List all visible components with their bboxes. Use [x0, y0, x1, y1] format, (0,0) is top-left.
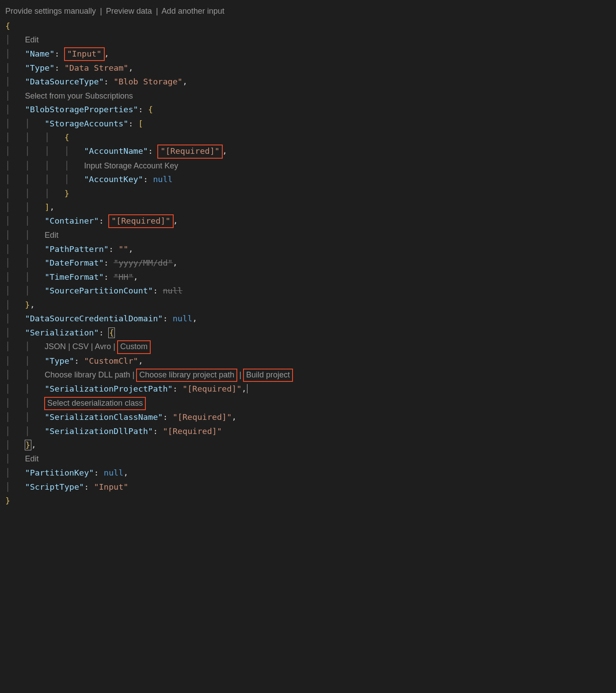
- value-accountname[interactable]: "[Required]": [160, 146, 220, 156]
- key-datasourcetype: "DataSourceType": [25, 77, 104, 86]
- key-scripttype: "ScriptType": [25, 482, 84, 491]
- option-avro[interactable]: Avro: [95, 342, 111, 351]
- key-serialization-classname: "SerializationClassName": [45, 412, 163, 422]
- value-sourcepartitioncount: null: [163, 286, 183, 295]
- value-serialization-type: "CustomClr": [84, 356, 138, 366]
- key-serialization-projectpath: "SerializationProjectPath": [45, 384, 173, 393]
- preview-data-link[interactable]: Preview data: [106, 7, 152, 15]
- option-csv[interactable]: CSV: [72, 342, 89, 351]
- select-deserialization-class[interactable]: Select deserialization class: [44, 397, 146, 410]
- value-credentialdomain: null: [173, 314, 193, 323]
- build-project[interactable]: Build project: [243, 369, 293, 382]
- provide-settings-link[interactable]: Provide settings manually: [5, 7, 96, 15]
- key-accountkey: "AccountKey": [84, 175, 143, 184]
- library-path-options: Choose library DLL path |: [45, 370, 137, 379]
- header-action-links: Provide settings manually | Preview data…: [5, 4, 611, 18]
- key-accountname: "AccountName": [84, 146, 148, 156]
- key-blobstorageproperties: "BlobStorageProperties": [25, 105, 138, 114]
- value-serialization-dllpath[interactable]: "[Required]": [163, 426, 222, 436]
- key-type: "Type": [25, 63, 55, 72]
- value-datasourcetype: "Blob Storage": [114, 77, 183, 86]
- text-cursor: [247, 384, 248, 393]
- value-name[interactable]: "Input": [67, 49, 102, 58]
- option-custom[interactable]: Custom: [117, 340, 151, 354]
- json-editor[interactable]: { │ Edit │ "Name": "Input", │ "Type": "D…: [5, 19, 611, 508]
- key-pathpattern: "PathPattern": [45, 244, 109, 254]
- key-credentialdomain: "DataSourceCredentialDomain": [25, 314, 163, 323]
- edit-hint-2[interactable]: Edit: [45, 231, 58, 240]
- serialization-type-options: JSON | CSV | Avro |: [45, 342, 118, 351]
- value-serialization-classname[interactable]: "[Required]": [173, 412, 232, 422]
- key-storageaccounts: "StorageAccounts": [45, 119, 128, 128]
- key-container: "Container": [45, 216, 99, 225]
- key-serialization-dllpath: "SerializationDllPath": [45, 426, 153, 436]
- key-timeformat: "TimeFormat": [45, 272, 104, 282]
- value-container[interactable]: "[Required]": [111, 216, 171, 225]
- value-partitionkey: null: [104, 468, 124, 477]
- edit-hint-bottom[interactable]: Edit: [25, 454, 39, 463]
- value-timeformat: "HH": [114, 272, 133, 282]
- choose-project-path[interactable]: Choose library project path: [136, 369, 237, 382]
- option-json[interactable]: JSON: [45, 342, 66, 351]
- key-dateformat: "DateFormat": [45, 258, 104, 267]
- add-input-link[interactable]: Add another input: [162, 7, 224, 15]
- value-dateformat: "yyyy/MM/dd": [114, 258, 173, 267]
- key-serialization-type: "Type": [45, 356, 74, 366]
- value-serialization-projectpath[interactable]: "[Required]": [183, 384, 242, 393]
- key-name: "Name": [25, 49, 55, 58]
- select-subscriptions-hint[interactable]: Select from your Subscriptions: [25, 91, 133, 100]
- value-pathpattern: "": [118, 244, 128, 254]
- value-scripttype: "Input": [94, 482, 129, 491]
- value-type: "Data Stream": [65, 63, 129, 72]
- choose-dll-path[interactable]: Choose library DLL path: [45, 370, 130, 379]
- account-key-hint[interactable]: Input Storage Account Key: [84, 161, 178, 170]
- key-partitionkey: "PartitionKey": [25, 468, 94, 477]
- key-sourcepartitioncount: "SourcePartitionCount": [45, 286, 153, 295]
- key-serialization: "Serialization": [25, 328, 99, 337]
- value-accountkey: null: [153, 175, 173, 184]
- edit-hint[interactable]: Edit: [25, 35, 39, 44]
